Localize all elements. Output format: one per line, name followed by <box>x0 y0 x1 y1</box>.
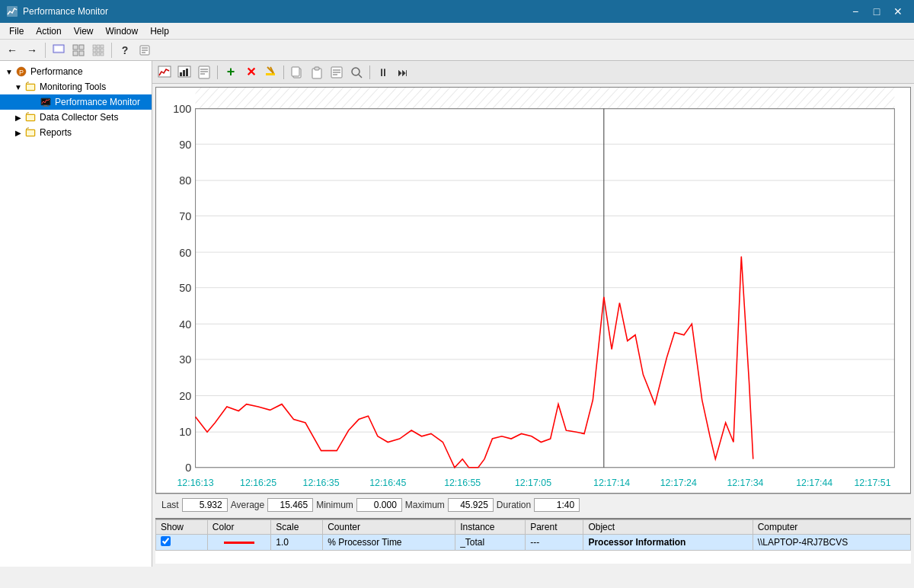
expand-arrow-monitoring: ▼ <box>12 83 24 91</box>
row-computer: \\LAPTOP-4RJ7BCVS <box>753 535 910 551</box>
svg-line-59 <box>359 75 362 78</box>
sidebar-item-reports[interactable]: ▶ Reports <box>0 125 152 140</box>
menu-file[interactable]: File <box>3 24 30 38</box>
counter-row[interactable]: 1.0 % Processor Time _Total --- Processo… <box>156 535 911 551</box>
col-object: Object <box>583 520 753 535</box>
delete-counter-button[interactable]: ✕ <box>241 64 260 81</box>
sidebar-item-performance[interactable]: ▼ P Performance <box>0 64 152 79</box>
sidebar: ▼ P Performance ▼ Monitoring Tools <box>0 61 152 567</box>
svg-rect-4 <box>79 45 84 50</box>
row-scale: 1.0 <box>271 535 323 551</box>
menu-view[interactable]: View <box>68 24 100 38</box>
highlight-button[interactable] <box>261 64 280 81</box>
dcs-icon <box>24 111 37 123</box>
svg-rect-61 <box>196 88 895 109</box>
paste-counter-button[interactable] <box>308 64 326 81</box>
minimum-label: Minimum <box>316 500 353 510</box>
svg-text:20: 20 <box>179 389 191 403</box>
performance-label: Performance <box>30 66 83 77</box>
menu-bar: File Action View Window Help <box>0 23 914 40</box>
duration-label: Duration <box>497 500 531 510</box>
svg-rect-0 <box>7 6 18 17</box>
duration-value: 1:40 <box>534 498 580 512</box>
svg-rect-40 <box>180 72 182 76</box>
col-show: Show <box>156 520 208 535</box>
svg-rect-51 <box>292 67 299 76</box>
content-area: + ✕ ⏸ ⏭ <box>152 61 914 567</box>
svg-rect-53 <box>315 67 319 70</box>
row-color <box>207 535 271 551</box>
view-report-button[interactable] <box>195 64 213 81</box>
minimize-button[interactable]: − <box>845 4 865 19</box>
perf-monitor-label: Performance Monitor <box>55 97 140 107</box>
small-icons-button[interactable] <box>89 42 107 59</box>
svg-rect-7 <box>93 45 96 48</box>
last-label: Last <box>161 500 179 510</box>
chart-toolbar-sep-2 <box>283 66 284 79</box>
monitoring-tools-label: Monitoring Tools <box>40 81 106 92</box>
sidebar-item-data-collector-sets[interactable]: ▶ Data Collector Sets <box>0 110 152 125</box>
properties-button[interactable] <box>136 42 154 59</box>
svg-text:10: 10 <box>179 424 191 438</box>
col-color: Color <box>207 520 271 535</box>
add-counter-button[interactable]: + <box>222 64 240 81</box>
up-button[interactable] <box>50 42 68 59</box>
view-histogram-button[interactable] <box>175 64 193 81</box>
svg-rect-12 <box>101 49 104 52</box>
copy-properties-button[interactable] <box>288 64 306 81</box>
close-button[interactable]: ✕ <box>888 4 908 19</box>
svg-text:12:17:34: 12:17:34 <box>727 477 763 489</box>
svg-text:30: 30 <box>179 353 191 366</box>
counter-table-area: Show Color Scale Counter Instance Parent… <box>155 518 911 564</box>
svg-text:12:17:05: 12:17:05 <box>515 477 551 489</box>
svg-text:12:17:44: 12:17:44 <box>796 477 833 489</box>
back-button[interactable]: ← <box>3 42 21 59</box>
col-instance: Instance <box>455 520 526 535</box>
svg-rect-8 <box>97 45 100 48</box>
row-show <box>156 535 208 551</box>
svg-text:0: 0 <box>185 461 191 475</box>
monitoring-tools-icon <box>24 81 37 93</box>
svg-text:90: 90 <box>179 137 191 151</box>
expand-arrow-performance: ▼ <box>3 68 15 76</box>
svg-rect-14 <box>97 53 100 56</box>
forward-button[interactable]: → <box>23 42 41 59</box>
svg-rect-28 <box>44 105 47 106</box>
perf-monitor-icon <box>40 96 52 108</box>
main-toolbar: ← → ? <box>0 40 914 61</box>
row-object: Processor Information <box>583 535 753 551</box>
help-button[interactable]: ? <box>116 42 134 59</box>
search-button[interactable] <box>347 64 366 81</box>
chart-toolbar-sep-3 <box>369 66 370 79</box>
average-value: 15.465 <box>267 498 313 512</box>
svg-rect-15 <box>101 53 104 56</box>
menu-help[interactable]: Help <box>144 24 175 38</box>
menu-action[interactable]: Action <box>30 24 67 38</box>
properties-counter-button[interactable] <box>328 64 346 81</box>
pause-button[interactable]: ⏸ <box>374 64 392 81</box>
maximize-button[interactable]: □ <box>867 4 887 19</box>
svg-rect-43 <box>199 66 209 78</box>
counter-table: Show Color Scale Counter Instance Parent… <box>155 519 911 551</box>
col-scale: Scale <box>271 520 323 535</box>
svg-rect-13 <box>93 53 96 56</box>
svg-rect-10 <box>93 49 96 52</box>
expand-arrow-reports: ▶ <box>12 129 24 137</box>
sidebar-item-performance-monitor[interactable]: ▶ Performance Monitor <box>0 94 152 110</box>
large-icons-button[interactable] <box>69 42 88 59</box>
svg-rect-23 <box>27 85 34 90</box>
next-sample-button[interactable]: ⏭ <box>394 64 412 81</box>
title-bar: Performance Monitor − □ ✕ <box>0 0 914 23</box>
menu-window[interactable]: Window <box>100 24 145 38</box>
view-line-chart-button[interactable] <box>155 64 174 81</box>
last-value: 5.932 <box>182 498 228 512</box>
row-show-checkbox[interactable] <box>161 536 171 546</box>
sidebar-item-monitoring-tools[interactable]: ▼ Monitoring Tools <box>0 79 152 94</box>
svg-line-36 <box>26 128 27 129</box>
chart-container: 100 90 80 70 60 50 40 30 20 10 0 <box>152 84 914 518</box>
performance-icon: P <box>15 66 27 78</box>
dcs-label: Data Collector Sets <box>40 112 118 123</box>
chart-toolbar-sep-1 <box>217 66 218 79</box>
svg-rect-41 <box>183 70 185 76</box>
svg-rect-42 <box>186 69 188 76</box>
